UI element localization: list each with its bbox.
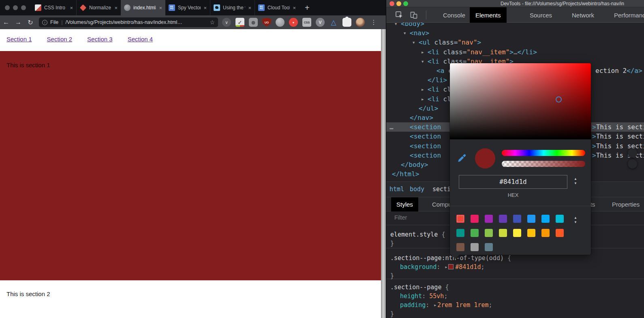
palette-swatch[interactable] [527, 215, 535, 223]
expand-arrow-closed-icon[interactable]: ▶ [421, 85, 424, 94]
extensions-puzzle-icon[interactable] [342, 18, 351, 27]
breadcrumb-body[interactable]: body [410, 186, 424, 193]
browser-tab[interactable]: Using the vi × [210, 0, 255, 15]
hex-value-input[interactable]: #841d1d [459, 175, 567, 189]
close-tab-icon[interactable]: × [293, 5, 296, 11]
palette-swatch[interactable] [541, 215, 550, 223]
palette-swatch[interactable] [471, 229, 479, 237]
palette-swatch[interactable] [456, 215, 464, 223]
close-tab-icon[interactable]: × [114, 5, 118, 11]
window-zoom-button[interactable] [21, 5, 26, 10]
expand-arrow-closed-icon[interactable]: ▶ [421, 95, 424, 104]
back-button[interactable]: ← [0, 19, 12, 26]
dom-tree-row[interactable]: ▶<li class="nav__item">…</li> [386, 47, 644, 57]
palette-swatch[interactable] [527, 229, 535, 237]
palette-spinner[interactable]: ▲▼ [574, 216, 577, 224]
palette-swatch[interactable] [485, 229, 493, 237]
reload-button[interactable]: ↻ [24, 19, 36, 26]
palette-swatch[interactable] [485, 243, 493, 251]
nav-link-section-3[interactable]: Section 3 [87, 36, 113, 43]
adblock-hand-icon[interactable]: ● [289, 18, 298, 27]
css-rule-line[interactable]: background: ▶#841d1d; [400, 263, 484, 271]
bookmark-star-icon[interactable]: ☆ [210, 19, 215, 26]
palette-swatch[interactable] [513, 215, 521, 223]
devtools-minimize-button[interactable] [396, 1, 401, 6]
opacity-slider[interactable] [502, 161, 585, 167]
panel-tab-styles[interactable]: Styles [391, 197, 418, 211]
devtools-tab-console[interactable]: Console [437, 7, 471, 23]
close-tab-icon[interactable]: × [203, 5, 207, 11]
palette-down-icon[interactable]: ▼ [574, 220, 577, 224]
window-close-button[interactable] [5, 5, 10, 10]
axe-triangle-icon[interactable]: △ [329, 18, 338, 27]
hue-slider[interactable] [502, 150, 585, 156]
saturation-brightness-gradient[interactable] [450, 63, 591, 139]
panel-tab-properties[interactable]: Properties [607, 197, 644, 211]
css-rule-line[interactable]: element.style { [390, 230, 445, 239]
breadcrumb-html[interactable]: html [389, 186, 404, 193]
web-developer-check-icon[interactable]: ✓ [235, 18, 244, 27]
overflow-dots-icon[interactable]: … [389, 122, 394, 132]
devtools-tab-elements[interactable]: Elements [470, 7, 507, 23]
ublock-origin-shield-icon[interactable]: UO [262, 18, 271, 27]
pocket-icon[interactable]: ∨ [222, 18, 231, 27]
color-format-spinner[interactable]: ▲▼ [574, 177, 577, 186]
expand-value-icon[interactable]: ▶ [433, 303, 437, 307]
css-rule-line[interactable]: } [390, 271, 394, 280]
palette-swatch[interactable] [471, 215, 479, 223]
palette-swatch[interactable] [456, 229, 464, 237]
palette-swatch[interactable] [541, 229, 550, 237]
close-tab-icon[interactable]: × [70, 5, 73, 11]
dom-tree-row[interactable]: ▼<body> [386, 23, 644, 28]
palette-swatch[interactable] [556, 229, 564, 237]
css-extension-icon[interactable]: CSS [302, 18, 311, 27]
css-rule-line[interactable]: } [390, 239, 394, 248]
close-tab-icon[interactable]: × [159, 5, 162, 11]
css-rule-line[interactable]: height: 55vh; [400, 292, 447, 301]
browser-tab[interactable]: index.html# × [121, 0, 165, 15]
palette-swatch[interactable] [499, 229, 507, 237]
palette-up-icon[interactable]: ▲ [574, 216, 577, 220]
devtools-tab-sources[interactable]: Sources [524, 7, 558, 23]
eyedropper-icon[interactable] [456, 153, 467, 165]
devtools-tab-network[interactable]: Network [566, 7, 600, 23]
palette-swatch[interactable] [513, 229, 521, 237]
devtools-close-button[interactable] [389, 1, 394, 6]
expand-arrow-open-icon[interactable]: ▼ [413, 38, 415, 47]
url-bar[interactable]: i File | /Volumes/sg/Projects/webintro/h… [39, 17, 218, 27]
spinner-down-icon[interactable]: ▼ [574, 181, 577, 186]
inspect-element-icon[interactable] [395, 11, 403, 21]
overflow-menu-icon[interactable]: ⋮ [369, 18, 378, 27]
browser-tab[interactable]: Normalize.c × [76, 0, 121, 15]
devtools-zoom-button[interactable] [403, 1, 408, 6]
site-info-icon[interactable]: i [42, 20, 47, 25]
nav-link-section-4[interactable]: Section 4 [128, 36, 153, 43]
dom-tree-row[interactable]: ▼<ul class="nav"> [386, 38, 644, 47]
nav-link-section-1[interactable]: Section 1 [6, 36, 32, 43]
screenshot-camera-icon[interactable] [249, 18, 258, 27]
expand-value-icon[interactable]: ▶ [444, 265, 448, 269]
css-rule-line[interactable]: padding: ▶2rem 1rem 1rem; [400, 301, 492, 309]
expand-arrow-open-icon[interactable]: ▼ [421, 57, 424, 66]
new-tab-button[interactable]: + [299, 0, 315, 15]
browser-tab[interactable]: REPO Cloud Tools × [255, 0, 299, 15]
gradient-thumb[interactable] [556, 96, 562, 102]
css-rule-line[interactable]: .section--page { [390, 283, 449, 292]
close-tab-icon[interactable]: × [248, 5, 251, 11]
nav-link-section-2[interactable]: Section 2 [47, 36, 73, 43]
vimeo-icon[interactable]: V [316, 18, 325, 27]
devtools-tab-performance[interactable]: Performance [608, 7, 644, 23]
window-minimize-button[interactable] [13, 5, 18, 10]
palette-swatch[interactable] [485, 215, 493, 223]
forward-button[interactable]: → [12, 19, 24, 26]
css-rule-line[interactable]: } [390, 309, 394, 318]
globe-extension-icon[interactable] [276, 18, 285, 27]
browser-tab[interactable]: REPO Spy Vector × [165, 0, 210, 15]
styles-filter-input[interactable]: Filter [394, 214, 407, 221]
palette-swatch[interactable] [556, 215, 564, 223]
dom-tree-row[interactable]: ▼<nav> [386, 28, 644, 38]
palette-swatch[interactable] [499, 215, 507, 223]
expand-arrow-open-icon[interactable]: ▼ [404, 29, 406, 38]
opacity-slider-thumb[interactable] [628, 159, 637, 169]
expand-arrow-closed-icon[interactable]: ▶ [421, 48, 424, 57]
